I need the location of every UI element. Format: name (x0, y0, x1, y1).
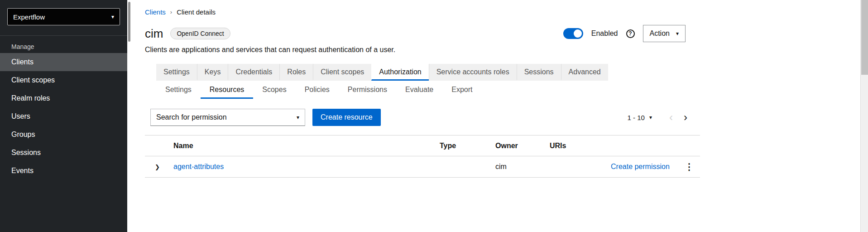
sidebar-item-client-scopes[interactable]: Client scopes (0, 71, 127, 89)
next-page-button[interactable]: › (678, 112, 693, 123)
subtab-export[interactable]: Export (442, 81, 481, 99)
table-header-row: Name Type Owner URIs (145, 135, 700, 156)
vertical-scrollbar[interactable] (860, 0, 868, 232)
subtab-settings[interactable]: Settings (156, 81, 201, 99)
toggle-knob (574, 29, 582, 38)
resource-name-link[interactable]: agent-attributes (173, 163, 224, 170)
page-title: cim (145, 27, 163, 41)
column-header-type: Type (440, 142, 495, 150)
main-content: Clients › Client details cim OpenID Conn… (131, 0, 868, 232)
caret-down-icon: ▾ (297, 115, 299, 120)
tab-keys[interactable]: Keys (197, 64, 228, 81)
page-header: cim OpenID Connect Enabled ? Action ▾ (145, 25, 700, 42)
create-resource-button[interactable]: Create resource (312, 109, 381, 126)
tab-client-scopes[interactable]: Client scopes (313, 64, 371, 81)
table-row: ❯ agent-attributes cim Create permission… (145, 156, 700, 178)
row-kebab-cell: ⋮ (678, 161, 700, 172)
column-header-uris: URIs (550, 142, 611, 150)
tab-roles[interactable]: Roles (279, 64, 313, 81)
help-icon[interactable]: ? (626, 29, 635, 38)
subtab-evaluate[interactable]: Evaluate (396, 81, 442, 99)
sidebar-item-sessions[interactable]: Sessions (0, 144, 127, 162)
tab-settings[interactable]: Settings (156, 64, 197, 81)
action-dropdown-button[interactable]: Action ▾ (643, 25, 686, 42)
row-owner-cell: cim (495, 163, 550, 171)
page-description: Clients are applications and services th… (145, 46, 700, 54)
column-header-name: Name (173, 142, 440, 150)
resources-toolbar: Search for permission ▾ Create resource … (150, 109, 700, 126)
sidebar-item-users[interactable]: Users (0, 107, 127, 126)
enabled-toggle[interactable] (563, 28, 583, 39)
sidebar-item-groups[interactable]: Groups (0, 126, 127, 144)
pagination-range-label: 1 - 10 (628, 114, 645, 121)
breadcrumb-separator-icon: › (170, 9, 172, 15)
vertical-scrollbar-thumb[interactable] (861, 0, 868, 75)
header-controls: Enabled ? Action ▾ (563, 25, 700, 42)
tab-advanced[interactable]: Advanced (561, 64, 608, 81)
nav-section-title: Manage (0, 36, 127, 53)
tab-sessions[interactable]: Sessions (517, 64, 561, 81)
caret-down-icon: ▾ (111, 14, 114, 20)
search-permission-select[interactable]: Search for permission ▾ (150, 109, 305, 126)
realm-selector-dropdown[interactable]: Expertflow ▾ (7, 8, 120, 25)
sidebar-item-realm-roles[interactable]: Realm roles (0, 89, 127, 107)
breadcrumb-current: Client details (177, 8, 216, 16)
pagination: 1 - 10 ▾ ‹ › (628, 112, 700, 123)
action-dropdown-label: Action (650, 29, 670, 38)
sidebar: Expertflow ▾ Manage Clients Client scope… (0, 0, 127, 232)
resources-table: Name Type Owner URIs ❯ agent-attributes … (145, 135, 700, 178)
row-expand-cell: ❯ (145, 163, 173, 171)
breadcrumb: Clients › Client details (145, 8, 700, 16)
pagination-dropdown[interactable]: 1 - 10 ▾ (628, 114, 652, 121)
sidebar-scrollbar-thumb[interactable] (128, 2, 130, 42)
tab-credentials[interactable]: Credentials (228, 64, 279, 81)
sidebar-nav: Clients Client scopes Realm roles Users … (0, 53, 127, 180)
main-tabs: Settings Keys Credentials Roles Client s… (156, 64, 700, 81)
row-name-cell: agent-attributes (173, 163, 440, 171)
row-action-cell: Create permission (611, 163, 678, 171)
sidebar-item-clients[interactable]: Clients (0, 53, 127, 71)
chevron-right-icon[interactable]: ❯ (155, 164, 160, 170)
tab-authorization[interactable]: Authorization (371, 64, 428, 81)
create-permission-link[interactable]: Create permission (611, 163, 670, 170)
kebab-menu-icon[interactable]: ⋮ (685, 162, 694, 172)
caret-down-icon: ▾ (649, 115, 652, 120)
prev-page-button[interactable]: ‹ (664, 112, 678, 123)
tab-service-accounts-roles[interactable]: Service accounts roles (429, 64, 517, 81)
subtab-permissions[interactable]: Permissions (339, 81, 396, 99)
subtab-scopes[interactable]: Scopes (253, 81, 295, 99)
subtab-resources[interactable]: Resources (201, 81, 253, 99)
caret-down-icon: ▾ (676, 31, 679, 36)
realm-selector-label: Expertflow (13, 13, 45, 21)
subtab-policies[interactable]: Policies (296, 81, 339, 99)
sidebar-item-events[interactable]: Events (0, 162, 127, 180)
column-header-owner: Owner (495, 142, 550, 150)
app-root: Expertflow ▾ Manage Clients Client scope… (0, 0, 868, 232)
breadcrumb-link-clients[interactable]: Clients (145, 8, 166, 16)
authorization-sub-tabs: Settings Resources Scopes Policies Permi… (156, 81, 700, 99)
enabled-label: Enabled (591, 29, 618, 38)
search-permission-value: Search for permission (156, 113, 227, 121)
sidebar-scrollbar[interactable] (127, 0, 131, 232)
client-protocol-badge: OpenID Connect (170, 28, 230, 39)
content-column: Clients › Client details cim OpenID Conn… (145, 0, 700, 178)
